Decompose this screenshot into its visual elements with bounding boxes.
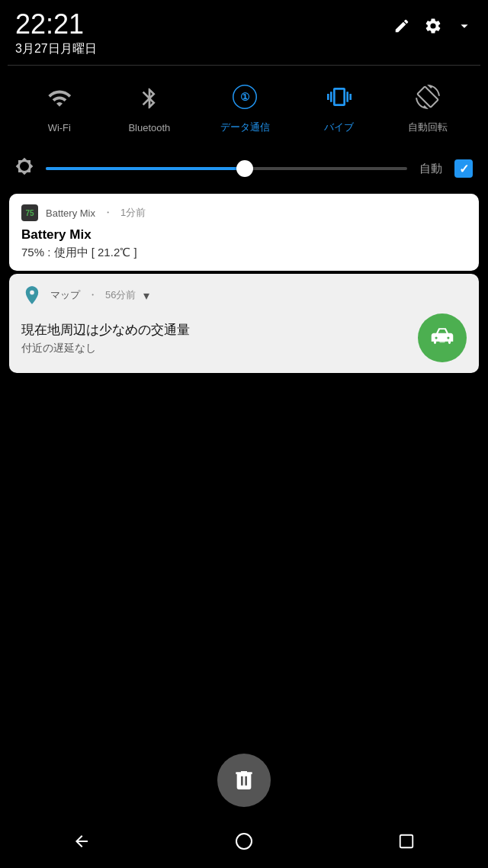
slider-fill [46, 167, 245, 170]
svg-rect-3 [400, 835, 413, 848]
battery-notification[interactable]: 75 Battery Mix ・ 1分前 Battery Mix 75% : 使… [9, 194, 479, 271]
clock: 22:21 [15, 11, 97, 38]
wifi-label: Wi-Fi [48, 122, 71, 133]
auto-label: 自動 [419, 162, 442, 176]
data-label: データ通信 [220, 121, 270, 134]
brightness-row: 自動 [0, 146, 488, 191]
recent-button[interactable] [387, 822, 425, 860]
maps-icon [21, 285, 43, 306]
vibrate-label: バイブ [324, 121, 354, 134]
bluetooth-icon-bg [130, 79, 169, 117]
clear-all-button[interactable] [217, 754, 271, 807]
battery-notif-time: 1分前 [120, 206, 146, 220]
qs-bluetooth[interactable]: Bluetooth [128, 79, 170, 133]
edit-icon[interactable] [393, 18, 410, 39]
maps-text: 現在地周辺は少なめの交通量 付近の遅延なし [21, 321, 418, 355]
status-bar: 22:21 3月27日月曜日 [0, 0, 488, 65]
brightness-slider[interactable] [46, 167, 407, 170]
maps-notif-time: 56分前 [105, 288, 136, 302]
rotate-label: 自動回転 [408, 121, 448, 134]
settings-icon[interactable] [424, 17, 442, 40]
wifi-icon-bg [40, 79, 79, 117]
brightness-icon [15, 157, 34, 180]
maps-traffic-icon [418, 313, 467, 362]
rotate-icon-bg [409, 78, 447, 116]
bluetooth-label: Bluetooth [128, 122, 170, 133]
battery-app-icon: 75 [21, 204, 38, 221]
maps-notif-header: マップ ・ 56分前 ▾ [21, 285, 467, 306]
maps-app-name: マップ [50, 288, 80, 302]
maps-dot: ・ [88, 288, 98, 302]
battery-app-name: Battery Mix [46, 207, 95, 219]
status-icons [393, 11, 473, 40]
quick-settings-panel: Wi-Fi Bluetooth ① データ通信 [0, 66, 488, 146]
qs-data[interactable]: ① データ通信 [220, 78, 270, 134]
battery-notif-title: Battery Mix [21, 227, 467, 243]
notif-header: 75 Battery Mix ・ 1分前 [21, 204, 467, 221]
maps-notif-title: 現在地周辺は少なめの交通量 [21, 321, 418, 339]
battery-notif-body: 75% : 使用中 [ 21.2℃ ] [21, 246, 467, 260]
notifications-area: 75 Battery Mix ・ 1分前 Battery Mix 75% : 使… [0, 191, 488, 376]
expand-icon[interactable] [456, 18, 473, 39]
time-block: 22:21 3月27日月曜日 [15, 11, 97, 57]
data-icon-bg: ① [226, 78, 264, 116]
maps-notification[interactable]: マップ ・ 56分前 ▾ 現在地周辺は少なめの交通量 付近の遅延なし [9, 274, 479, 373]
maps-notif-subtitle: 付近の遅延なし [21, 342, 418, 355]
back-button[interactable] [63, 822, 101, 860]
svg-text:①: ① [240, 92, 250, 103]
notif-dot: ・ [103, 206, 113, 220]
navigation-bar [0, 815, 488, 868]
qs-vibrate[interactable]: バイブ [320, 78, 358, 134]
clear-all-area [217, 754, 271, 807]
qs-wifi[interactable]: Wi-Fi [40, 79, 79, 133]
qs-rotate[interactable]: 自動回転 [408, 78, 448, 134]
home-button[interactable] [225, 822, 263, 860]
quick-settings-row: Wi-Fi Bluetooth ① データ通信 [15, 78, 473, 134]
maps-expand-icon[interactable]: ▾ [143, 288, 149, 303]
slider-thumb[interactable] [236, 160, 253, 177]
date: 3月27日月曜日 [15, 41, 97, 57]
maps-notif-body: 現在地周辺は少なめの交通量 付近の遅延なし [21, 313, 467, 362]
auto-checkbox[interactable] [454, 159, 473, 178]
vibrate-icon-bg [320, 78, 358, 116]
svg-point-2 [236, 834, 252, 849]
